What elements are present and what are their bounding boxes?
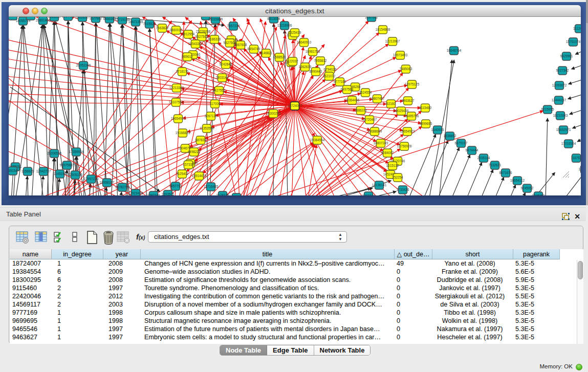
svg-text:9329961: 9329961	[560, 54, 573, 58]
svg-text:19654923: 19654923	[400, 129, 415, 133]
svg-text:16640910: 16640910	[297, 40, 312, 44]
svg-text:6466160: 6466160	[103, 17, 116, 20]
svg-text:9327503: 9327503	[195, 35, 208, 38]
svg-text:1938892: 1938892	[444, 134, 456, 138]
svg-text:3624554: 3624554	[359, 91, 372, 94]
svg-text:7857224: 7857224	[227, 24, 240, 28]
svg-text:15692971: 15692971	[556, 128, 571, 132]
svg-text:6879197: 6879197	[455, 141, 468, 145]
svg-text:157339: 157339	[183, 163, 194, 166]
svg-text:7515526: 7515526	[143, 22, 156, 26]
svg-text:7955812: 7955812	[314, 59, 327, 62]
svg-text:11353594: 11353594	[200, 126, 214, 130]
svg-text:2867608: 2867608	[234, 43, 247, 47]
svg-text:13975125: 13975125	[405, 82, 420, 86]
svg-text:39154: 39154	[9, 169, 17, 172]
svg-text:1156829: 1156829	[21, 169, 34, 173]
svg-text:9115460: 9115460	[419, 106, 432, 110]
svg-text:17016504: 17016504	[561, 142, 576, 145]
svg-text:19166823: 19166823	[176, 131, 190, 135]
svg-text:252254: 252254	[392, 176, 403, 179]
svg-text:12505135: 12505135	[68, 173, 83, 177]
svg-text:16782759: 16782759	[115, 185, 130, 189]
svg-text:1593505: 1593505	[162, 192, 175, 195]
svg-text:116753: 116753	[571, 156, 581, 160]
svg-text:9146821: 9146821	[260, 51, 273, 55]
svg-text:8215955: 8215955	[541, 107, 554, 111]
svg-text:16914479: 16914479	[192, 174, 207, 178]
svg-text:20891406: 20891406	[36, 18, 51, 22]
svg-text:17957223: 17957223	[84, 177, 99, 181]
svg-text:9227342: 9227342	[556, 69, 569, 72]
svg-text:10025438: 10025438	[394, 109, 409, 113]
svg-text:1325419: 1325419	[289, 31, 301, 34]
svg-text:16210643: 16210643	[553, 114, 568, 117]
svg-text:1112435: 1112435	[573, 27, 581, 30]
svg-text:16671355: 16671355	[128, 20, 143, 24]
svg-text:18300295: 18300295	[266, 112, 281, 115]
svg-text:1145194: 1145194	[54, 172, 67, 176]
svg-text:887833: 887833	[195, 138, 206, 142]
svg-text:16107554: 16107554	[169, 100, 184, 104]
svg-text:9463627: 9463627	[402, 99, 415, 102]
svg-text:20206536: 20206536	[47, 151, 62, 155]
svg-text:9242848: 9242848	[220, 62, 232, 66]
svg-text:12923438: 12923438	[128, 191, 143, 195]
svg-text:10653267: 10653267	[75, 17, 90, 19]
svg-text:2935114: 2935114	[477, 156, 490, 160]
svg-text:1588520: 1588520	[273, 55, 286, 59]
svg-text:9084067: 9084067	[381, 151, 394, 155]
svg-text:2803144: 2803144	[216, 76, 229, 79]
svg-text:10973493: 10973493	[393, 53, 408, 57]
svg-text:20364436: 20364436	[345, 98, 360, 102]
svg-text:1678275: 1678275	[216, 193, 229, 195]
svg-text:16543362: 16543362	[188, 42, 203, 46]
svg-text:8186328: 8186328	[208, 37, 221, 41]
svg-text:8454749: 8454749	[248, 47, 260, 51]
svg-text:6794028: 6794028	[324, 68, 337, 71]
svg-text:6899695: 6899695	[420, 122, 432, 125]
svg-text:9474444: 9474444	[466, 148, 478, 152]
svg-text:12444157: 12444157	[552, 98, 567, 102]
svg-text:16495756: 16495756	[404, 114, 419, 118]
svg-text:15720407: 15720407	[362, 118, 377, 121]
svg-text:10807487: 10807487	[370, 97, 385, 100]
svg-text:12942737: 12942737	[36, 169, 51, 173]
svg-text:3860012: 3860012	[170, 28, 183, 32]
svg-text:3267130: 3267130	[205, 114, 217, 118]
svg-text:16154808: 16154808	[376, 28, 390, 31]
svg-text:2264399: 2264399	[9, 17, 19, 17]
svg-text:10654112: 10654112	[510, 179, 525, 182]
svg-text:1292343: 1292343	[147, 193, 160, 195]
svg-text:1640935: 1640935	[431, 128, 444, 132]
svg-text:18807249: 18807249	[374, 141, 388, 145]
svg-text:16961758: 16961758	[306, 50, 320, 53]
svg-text:9245052: 9245052	[521, 186, 534, 190]
svg-text:8813054: 8813054	[268, 17, 280, 20]
svg-text:12093872: 12093872	[552, 83, 567, 87]
svg-text:1733426: 1733426	[397, 188, 409, 191]
svg-text:7485063: 7485063	[400, 67, 412, 71]
svg-text:19384554: 19384554	[310, 138, 325, 142]
svg-text:18724007: 18724007	[288, 104, 302, 107]
svg-text:9777169: 9777169	[334, 80, 346, 83]
svg-text:1621072: 1621072	[323, 74, 336, 78]
svg-text:4498222: 4498222	[188, 150, 201, 154]
svg-text:16648764: 16648764	[447, 49, 462, 52]
svg-text:1615132: 1615132	[386, 164, 399, 167]
svg-text:117006: 117006	[210, 102, 221, 105]
svg-text:6497568: 6497568	[341, 87, 354, 91]
svg-text:989612: 989612	[182, 55, 193, 58]
svg-text:122037: 122037	[287, 59, 298, 63]
svg-text:12213967: 12213967	[385, 39, 400, 43]
svg-text:14136141: 14136141	[372, 183, 387, 187]
svg-text:9457791: 9457791	[169, 184, 182, 188]
svg-text:13756928: 13756928	[397, 144, 412, 148]
svg-text:10719155: 10719155	[115, 18, 130, 21]
svg-text:10688609: 10688609	[367, 129, 382, 133]
svg-text:15716485: 15716485	[204, 185, 219, 188]
svg-text:20053346: 20053346	[76, 63, 91, 67]
svg-text:12213369: 12213369	[169, 86, 184, 90]
svg-text:1210341: 1210341	[579, 167, 581, 171]
svg-text:8427552: 8427552	[213, 89, 226, 92]
